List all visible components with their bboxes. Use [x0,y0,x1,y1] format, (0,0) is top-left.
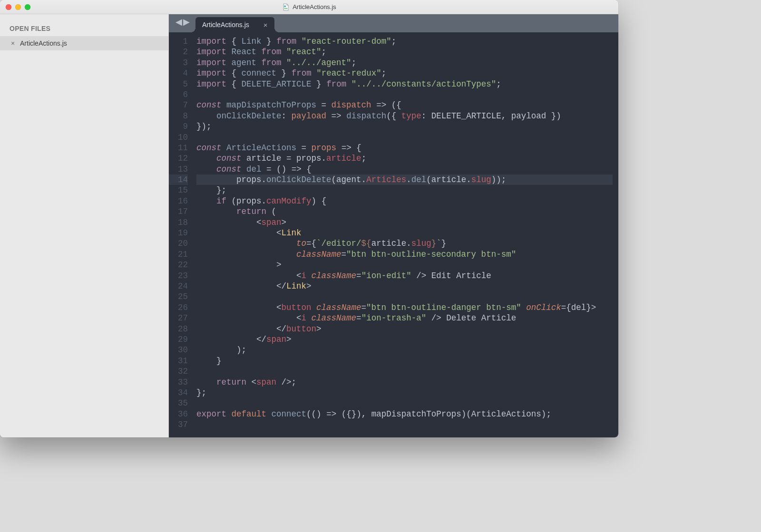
window-controls [6,4,30,10]
line-number: 30 [169,345,188,355]
line-number: 3 [169,58,188,68]
code-line[interactable]: import { DELETE_ARTICLE } from "../../co… [196,79,613,89]
code-line[interactable] [196,366,613,377]
code-line[interactable]: const mapDispatchToProps = dispatch => (… [196,100,613,110]
open-files-label: OPEN FILES [0,14,168,36]
line-number: 17 [169,206,188,217]
code-line[interactable]: }); [196,121,613,132]
body: OPEN FILES × ArticleActions.js ◀ ▶ Artic… [0,14,618,437]
code-line[interactable]: if (props.canModify) { [196,196,613,206]
line-number: 29 [169,334,188,345]
line-number: 36 [169,409,188,419]
code-line[interactable]: <i className="ion-edit" /> Edit Article [196,271,613,281]
tab-active[interactable]: ArticleActions.js × [195,17,274,32]
code-line[interactable]: onClickDelete: payload => dispatch({ typ… [196,111,613,121]
code-line[interactable]: const article = props.article; [196,153,613,164]
code-line[interactable]: <span> [196,217,613,228]
code-line[interactable] [196,398,613,408]
line-number: 13 [169,164,188,174]
code-area[interactable]: 1234567891011121314151617181920212223242… [169,32,618,437]
line-number: 21 [169,249,188,260]
line-number: 9 [169,121,188,132]
sidebar: OPEN FILES × ArticleActions.js [0,14,169,437]
code-line[interactable]: <Link [196,228,613,238]
code-line[interactable]: return <span />; [196,377,613,387]
code-line[interactable]: </Link> [196,281,613,291]
code-line[interactable]: }; [196,387,613,398]
minimize-window-button[interactable] [15,4,21,10]
line-number: 10 [169,132,188,143]
nav-forward-icon[interactable]: ▶ [183,17,190,27]
code-line[interactable]: > [196,260,613,270]
line-number: 4 [169,68,188,78]
code-line[interactable]: import React from "react"; [196,47,613,57]
line-number: 12 [169,153,188,164]
sidebar-file-row[interactable]: × ArticleActions.js [0,36,168,50]
code-line[interactable] [196,89,613,100]
code-line[interactable]: const del = () => { [196,164,613,174]
window-title: ArticleActions.js [282,3,336,11]
line-number: 5 [169,79,188,89]
line-number: 2 [169,47,188,57]
code-line[interactable]: return ( [196,206,613,217]
line-number: 25 [169,291,188,302]
code-line[interactable]: const ArticleActions = props => { [196,143,613,153]
tabbar: ◀ ▶ ArticleActions.js × [169,14,618,32]
line-number: 26 [169,302,188,313]
tab-label: ArticleActions.js [202,21,249,29]
line-number-gutter: 1234567891011121314151617181920212223242… [169,32,193,437]
line-number: 15 [169,185,188,195]
code-line[interactable]: className="btn btn-outline-secondary btn… [196,249,613,260]
code-line[interactable]: </button> [196,324,613,334]
line-number: 18 [169,217,188,228]
line-number: 34 [169,387,188,398]
code-line[interactable] [196,291,613,302]
code-line[interactable]: </span> [196,334,613,345]
zoom-window-button[interactable] [25,4,30,10]
code-line[interactable]: import { connect } from "react-redux"; [196,68,613,78]
svg-point-0 [284,5,286,7]
close-window-button[interactable] [6,4,11,10]
tab-close-icon[interactable]: × [263,21,268,29]
line-number: 6 [169,89,188,100]
code-line[interactable]: ); [196,345,613,355]
nav-back-icon[interactable]: ◀ [176,17,182,27]
line-number: 22 [169,260,188,270]
code-line[interactable] [196,419,613,430]
app-window: ArticleActions.js OPEN FILES × ArticleAc… [0,0,618,437]
code-line[interactable]: } [196,356,613,366]
line-number: 24 [169,281,188,291]
line-number: 20 [169,238,188,249]
code-line[interactable]: <i className="ion-trash-a" /> Delete Art… [196,313,613,323]
close-file-icon[interactable]: × [10,39,16,47]
code-line[interactable]: }; [196,185,613,195]
line-number: 37 [169,419,188,430]
line-number: 28 [169,324,188,334]
line-number: 14 [169,174,188,185]
code-content[interactable]: import { Link } from "react-router-dom";… [193,32,618,437]
titlebar: ArticleActions.js [0,0,618,14]
line-number: 16 [169,196,188,206]
line-number: 32 [169,366,188,377]
code-line[interactable]: <button className="btn btn-outline-dange… [196,302,613,313]
code-line[interactable] [196,132,613,143]
window-title-text: ArticleActions.js [293,3,336,10]
code-line[interactable]: to={`/editor/${article.slug}`} [196,238,613,249]
line-number: 33 [169,377,188,387]
file-icon [282,3,290,11]
code-line[interactable]: export default connect(() => ({}), mapDi… [196,409,613,419]
code-line[interactable]: props.onClickDelete(agent.Articles.del(a… [196,174,613,185]
line-number: 27 [169,313,188,323]
editor: ◀ ▶ ArticleActions.js × 1234567891011121… [169,14,618,437]
line-number: 1 [169,36,188,47]
line-number: 31 [169,356,188,366]
code-line[interactable]: import { Link } from "react-router-dom"; [196,36,613,47]
line-number: 23 [169,271,188,281]
line-number: 8 [169,111,188,121]
line-number: 19 [169,228,188,238]
line-number: 35 [169,398,188,408]
code-line[interactable]: import agent from "../../agent"; [196,58,613,68]
line-number: 7 [169,100,188,110]
sidebar-file-name: ArticleActions.js [20,39,67,47]
line-number: 11 [169,143,188,153]
